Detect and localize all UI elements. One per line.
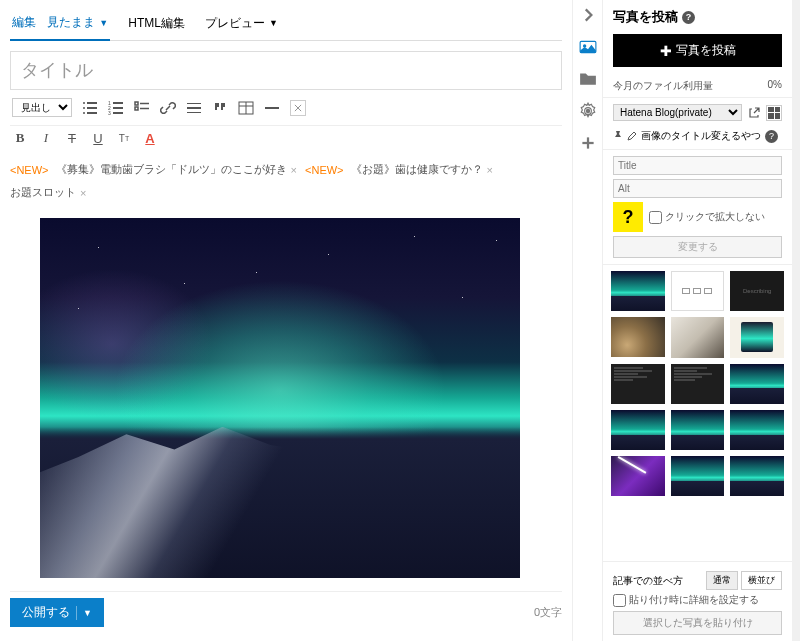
panel-footer: 記事での並べ方 通常 横並び 貼り付け時に詳細を設定する 選択した写真を貼り付け <box>603 561 792 641</box>
svg-rect-18 <box>187 112 201 113</box>
no-expand-checkbox[interactable]: クリックで拡大しない <box>649 210 765 224</box>
publish-button[interactable]: 公開する▼ <box>10 598 104 627</box>
thumb-aurora[interactable] <box>730 456 784 496</box>
help-icon[interactable]: ? <box>682 11 695 24</box>
chevron-down-icon: ▼ <box>83 608 92 618</box>
svg-point-4 <box>83 112 85 114</box>
thumb-aurora[interactable] <box>611 410 665 450</box>
table-icon[interactable] <box>238 100 254 116</box>
change-button[interactable]: 変更する <box>613 236 782 258</box>
list-ordered-icon[interactable]: 123 <box>108 100 124 116</box>
clear-format-icon[interactable] <box>290 100 306 116</box>
photo-icon[interactable] <box>579 38 597 56</box>
svg-rect-12 <box>135 102 138 105</box>
editor-footer: 公開する▼ 0文字 <box>10 591 562 633</box>
svg-rect-5 <box>87 112 97 114</box>
grid-view-icon[interactable] <box>766 105 782 121</box>
image-alt-input[interactable] <box>613 179 782 198</box>
gear-icon[interactable] <box>579 102 597 120</box>
image-title-tool: 画像のタイトル変えるやつ ? <box>603 127 792 150</box>
tab-preview-label: プレビュー <box>205 15 265 32</box>
folder-icon[interactable] <box>579 70 597 88</box>
strike-icon[interactable]: T <box>64 130 80 146</box>
svg-rect-14 <box>135 107 138 110</box>
svg-rect-17 <box>187 107 201 109</box>
preview-placeholder-icon: ? <box>613 202 643 232</box>
toolbar-row2: B I T U TT A <box>10 126 562 154</box>
external-link-icon[interactable] <box>748 107 760 119</box>
thumb-aurora[interactable] <box>611 271 665 311</box>
suggestions-bar: <NEW> 《募集》電動歯ブラシ「ドルツ」のここが好き× <NEW> 《お題》歯… <box>10 154 562 208</box>
image-form: ? クリックで拡大しない 変更する <box>603 150 792 265</box>
tab-preview[interactable]: プレビュー ▼ <box>203 8 280 40</box>
link-icon[interactable] <box>160 100 176 116</box>
tab-html[interactable]: HTML編集 <box>126 8 187 40</box>
list-check-icon[interactable] <box>134 100 150 116</box>
underline-icon[interactable]: U <box>90 130 106 146</box>
post-title-input[interactable] <box>10 51 562 90</box>
tab-edit[interactable]: 編集 見たまま ▼ <box>10 8 110 41</box>
svg-rect-22 <box>265 107 279 109</box>
chevron-down-icon: ▼ <box>99 18 108 28</box>
paste-button[interactable]: 選択した写真を貼り付け <box>613 611 782 635</box>
thumb-code[interactable] <box>671 364 725 404</box>
svg-rect-11 <box>113 112 123 114</box>
tab-edit-prefix: 編集 <box>12 14 36 31</box>
tab-edit-label: 見たまま <box>47 14 95 31</box>
chevron-down-icon: ▼ <box>269 18 278 28</box>
upload-button[interactable]: ✚写真を投稿 <box>613 34 782 67</box>
scrollbar[interactable] <box>792 0 800 641</box>
thumb-purple[interactable] <box>611 456 665 496</box>
svg-point-0 <box>83 102 85 104</box>
detail-checkbox[interactable]: 貼り付け時に詳細を設定する <box>613 593 782 607</box>
blog-select[interactable]: Hatena Blog(private) <box>613 104 742 121</box>
char-count: 0文字 <box>534 605 562 620</box>
thumb-aurora[interactable] <box>730 410 784 450</box>
thumb-aurora[interactable] <box>730 364 784 404</box>
image-title-input[interactable] <box>613 156 782 175</box>
thumb-text[interactable]: Describing <box>730 271 784 311</box>
close-icon[interactable]: × <box>80 187 86 199</box>
hr-icon[interactable] <box>264 100 280 116</box>
thumb-aurora[interactable] <box>671 456 725 496</box>
italic-icon[interactable]: I <box>38 130 54 146</box>
quote-icon[interactable] <box>212 100 228 116</box>
thumb-aurora[interactable] <box>671 410 725 450</box>
svg-point-27 <box>585 109 590 114</box>
usage-percent: 0% <box>768 79 782 93</box>
inserted-image-aurora[interactable] <box>40 218 520 578</box>
fontsize-icon[interactable]: TT <box>116 130 132 146</box>
list-unordered-icon[interactable] <box>82 100 98 116</box>
collapse-icon[interactable] <box>579 6 597 24</box>
readmore-icon[interactable] <box>186 100 202 116</box>
toolbar: 見出し 123 <box>10 90 562 126</box>
edit-icon <box>627 131 637 141</box>
thumb-photo[interactable] <box>611 317 665 357</box>
suggest-slot[interactable]: お題スロット× <box>10 185 86 200</box>
suggest-item-1[interactable]: <NEW> 《募集》電動歯ブラシ「ドルツ」のここが好き× <box>10 162 297 177</box>
editor-canvas[interactable] <box>10 208 562 591</box>
textcolor-icon[interactable]: A <box>142 130 158 146</box>
thumb-code[interactable] <box>611 364 665 404</box>
close-icon[interactable]: × <box>487 164 493 176</box>
heading-select[interactable]: 見出し <box>12 98 72 117</box>
pin-icon <box>613 131 623 141</box>
plus-icon[interactable] <box>579 134 597 152</box>
editor-main: 編集 見たまま ▼ HTML編集 プレビュー ▼ 見出し 123 B I T U… <box>0 0 572 641</box>
bold-icon[interactable]: B <box>12 130 28 146</box>
svg-point-2 <box>83 107 85 109</box>
editor-tabs: 編集 見たまま ▼ HTML編集 プレビュー ▼ <box>10 8 562 41</box>
svg-rect-9 <box>113 107 123 109</box>
thumb-layout[interactable] <box>671 271 725 311</box>
thumb-tablet[interactable] <box>730 317 784 357</box>
close-icon[interactable]: × <box>291 164 297 176</box>
layout-normal-button[interactable]: 通常 <box>706 571 738 590</box>
suggest-item-2[interactable]: <NEW> 《お題》歯は健康ですか？× <box>305 162 493 177</box>
layout-horizontal-button[interactable]: 横並び <box>741 571 782 590</box>
svg-rect-16 <box>187 103 201 104</box>
panel-header: 写真を投稿? <box>603 0 792 34</box>
thumb-photo[interactable] <box>671 317 725 357</box>
photo-panel: 写真を投稿? ✚写真を投稿 今月のファイル利用量0% Hatena Blog(p… <box>602 0 792 641</box>
thumbnails-grid: Describing <box>603 265 792 561</box>
help-icon[interactable]: ? <box>765 130 778 143</box>
